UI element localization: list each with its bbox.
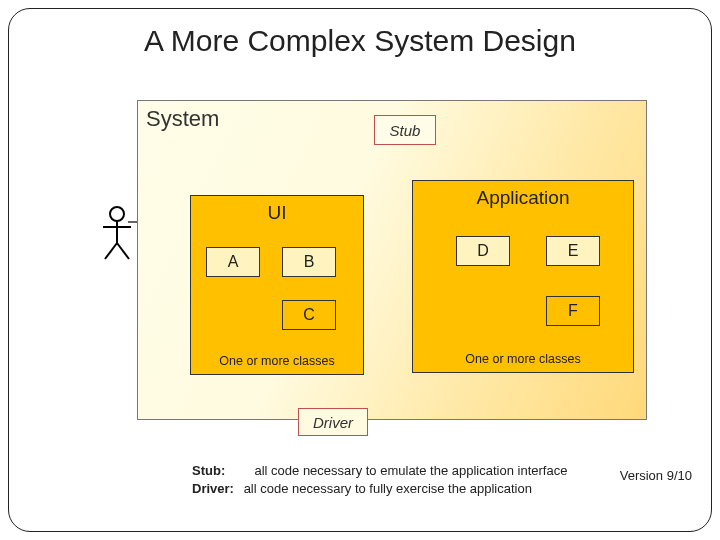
application-panel: Application One or more classes	[412, 180, 634, 373]
class-box-c: C	[282, 300, 336, 330]
class-box-b: B	[282, 247, 336, 277]
driver-definition-text: all code necessary to fully exercise the…	[244, 481, 532, 496]
class-box-f: F	[546, 296, 600, 326]
footnotes: Stub: all code necessary to emulate the …	[192, 462, 567, 497]
driver-term: Driver:	[192, 480, 240, 498]
driver-box: Driver	[298, 408, 368, 436]
ui-panel: UI One or more classes	[190, 195, 364, 375]
stub-definition-text: all code necessary to emulate the applic…	[254, 463, 567, 478]
stub-box: Stub	[374, 115, 436, 145]
ui-label: UI	[191, 202, 363, 224]
svg-line-12	[105, 243, 117, 259]
app-classes-note: One or more classes	[413, 352, 633, 366]
class-box-a: A	[206, 247, 260, 277]
stub-term: Stub:	[192, 462, 240, 480]
svg-line-13	[117, 243, 129, 259]
actor-icon	[97, 205, 137, 261]
slide-title: A More Complex System Design	[0, 24, 720, 58]
stub-definition	[244, 463, 255, 478]
system-label: System	[146, 106, 219, 132]
ui-classes-note: One or more classes	[191, 354, 363, 368]
version-label: Version 9/10	[620, 468, 692, 483]
svg-point-9	[110, 207, 124, 221]
class-box-e: E	[546, 236, 600, 266]
application-label: Application	[413, 187, 633, 209]
class-box-d: D	[456, 236, 510, 266]
